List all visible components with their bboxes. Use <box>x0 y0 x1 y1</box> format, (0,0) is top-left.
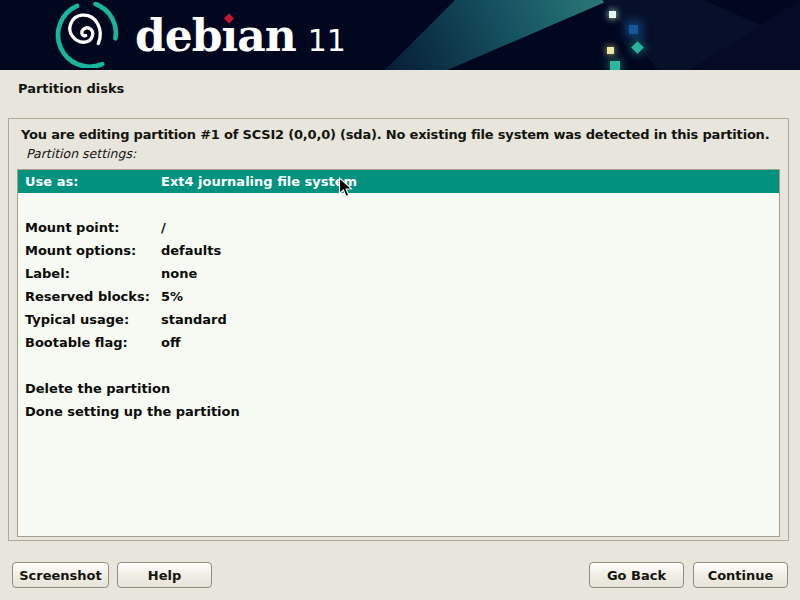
row-value: defaults <box>161 243 779 258</box>
row-label: Delete the partition <box>18 381 161 396</box>
row-value: Ext4 journaling file system <box>161 174 779 189</box>
debian-logo-icon <box>44 2 130 68</box>
row-mount-options[interactable]: Mount options: defaults <box>18 239 779 262</box>
row-label: Label: <box>18 266 161 281</box>
row-value: 5% <box>161 289 779 304</box>
row-spacer <box>18 193 779 216</box>
row-label: Mount point: <box>18 220 161 235</box>
partition-settings-label: Partition settings: <box>26 146 136 161</box>
row-use-as[interactable]: Use as: Ext4 journaling file system <box>18 170 779 193</box>
brand-version: 11 <box>308 23 346 58</box>
partition-notice-text: You are editing partition #1 of SCSI2 (0… <box>21 127 789 142</box>
content-frame: You are editing partition #1 of SCSI2 (0… <box>8 118 789 541</box>
row-label: Reserved blocks: <box>18 289 161 304</box>
row-reserved-blocks[interactable]: Reserved blocks: 5% <box>18 285 779 308</box>
banner: debıan11 <box>0 0 800 70</box>
go-back-button[interactable]: Go Back <box>589 562 684 588</box>
row-spacer <box>18 354 779 377</box>
row-value: / <box>161 220 779 235</box>
banner-decor-teal-stripe <box>380 0 630 70</box>
brand-letter-i: ı <box>222 6 238 66</box>
page-title: Partition disks <box>18 81 124 96</box>
banner-decor-square-blue <box>629 25 638 34</box>
brand-text-post: an <box>237 10 296 61</box>
brand-text-pre: deb <box>135 10 222 61</box>
debian-installer-window: debıan11 Partition disks You are editing… <box>0 0 800 600</box>
row-label: Typical usage: <box>18 312 161 327</box>
row-label[interactable]: Label: none <box>18 262 779 285</box>
banner-decor-square-teal <box>610 61 620 70</box>
settings-list: Use as: Ext4 journaling file system Moun… <box>17 169 780 537</box>
row-label: Use as: <box>18 174 161 189</box>
help-button[interactable]: Help <box>117 562 212 588</box>
row-value: none <box>161 266 779 281</box>
row-delete-partition[interactable]: Delete the partition <box>18 377 779 400</box>
row-done-partition[interactable]: Done setting up the partition <box>18 400 779 423</box>
row-value: off <box>161 335 779 350</box>
row-label: Done setting up the partition <box>18 404 161 419</box>
row-label: Mount options: <box>18 243 161 258</box>
row-label: Bootable flag: <box>18 335 161 350</box>
banner-decor-square-white <box>609 11 616 18</box>
continue-button[interactable]: Continue <box>693 562 788 588</box>
row-mount-point[interactable]: Mount point: / <box>18 216 779 239</box>
row-typical-usage[interactable]: Typical usage: standard <box>18 308 779 331</box>
row-bootable-flag[interactable]: Bootable flag: off <box>18 331 779 354</box>
row-value: standard <box>161 312 779 327</box>
brand-wordmark: debıan11 <box>135 6 346 70</box>
banner-decor-square-yellow <box>607 47 614 54</box>
screenshot-button[interactable]: Screenshot <box>12 562 109 588</box>
